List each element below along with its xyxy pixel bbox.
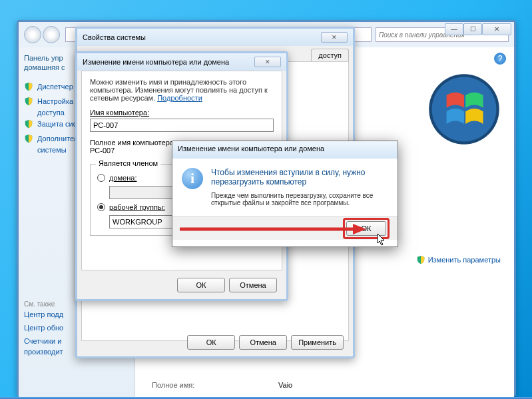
change-settings-link[interactable]: Изменить параметры [416, 255, 501, 264]
computer-name-label: Имя компьютера: [90, 109, 274, 117]
dialog-footer: ОК [172, 216, 398, 240]
computer-name-input[interactable] [90, 119, 274, 132]
dialog-title: Свойства системы [83, 33, 146, 41]
help-icon[interactable]: ? [494, 53, 506, 65]
close-icon[interactable]: ✕ [254, 57, 281, 67]
radio-icon [97, 203, 105, 211]
window-controls: — ☐ ✕ [445, 23, 511, 35]
cancel-button[interactable]: Отмена [239, 335, 287, 350]
full-name-value: Vaio [278, 381, 292, 389]
maximize-button[interactable]: ☐ [463, 23, 482, 35]
ok-button[interactable]: ОК [177, 278, 225, 292]
shield-icon [24, 82, 33, 91]
cancel-button[interactable]: Отмена [229, 278, 277, 292]
minimize-button[interactable]: — [445, 23, 463, 35]
tab-remote-access[interactable]: доступ [311, 49, 349, 61]
dialog-titlebar: Изменение имени компьютера или домена [172, 141, 398, 159]
dialog-body: i Чтобы изменения вступили в силу, нужно… [172, 159, 398, 216]
back-button[interactable] [24, 26, 41, 43]
dialog-titlebar: Свойства системы ✕ [77, 29, 353, 46]
shield-icon [24, 97, 33, 106]
radio-icon [97, 174, 105, 182]
detail-row: Полное имя: Vaio [152, 378, 292, 392]
dialog-title: Изменение имени компьютера или домена [83, 58, 229, 66]
shield-icon [416, 255, 425, 264]
shield-icon [24, 119, 33, 129]
full-name-label: Полное имя: [152, 381, 252, 389]
dialog-footer: ОК Отмена [177, 278, 277, 292]
ok-button[interactable]: ОК [346, 221, 386, 236]
dialog-titlebar: Изменение имени компьютера или домена ✕ [77, 53, 286, 71]
ok-button[interactable]: ОК [187, 335, 235, 350]
ok-highlight: ОК [343, 218, 390, 239]
message-sub-text: Прежде чем выполнить перезагрузку, сохра… [211, 192, 388, 206]
windows-logo [427, 73, 501, 146]
info-icon: i [182, 168, 203, 189]
dialog-footer: ОК Отмена Применить [187, 335, 344, 350]
close-button[interactable]: ✕ [482, 23, 511, 35]
restart-message-box: Изменение имени компьютера или домена i … [172, 141, 398, 247]
details-link[interactable]: Подробности [157, 94, 202, 102]
message-main-text: Чтобы изменения вступили в силу, нужно п… [211, 168, 388, 187]
group-legend: Является членом [96, 159, 160, 167]
apply-button[interactable]: Применить [291, 335, 344, 350]
close-icon[interactable]: ✕ [321, 32, 348, 43]
svg-point-1 [432, 77, 497, 142]
description-text: Можно изменить имя и принадлежность этог… [90, 78, 274, 102]
shield-icon [24, 134, 33, 143]
forward-button[interactable] [43, 26, 60, 43]
